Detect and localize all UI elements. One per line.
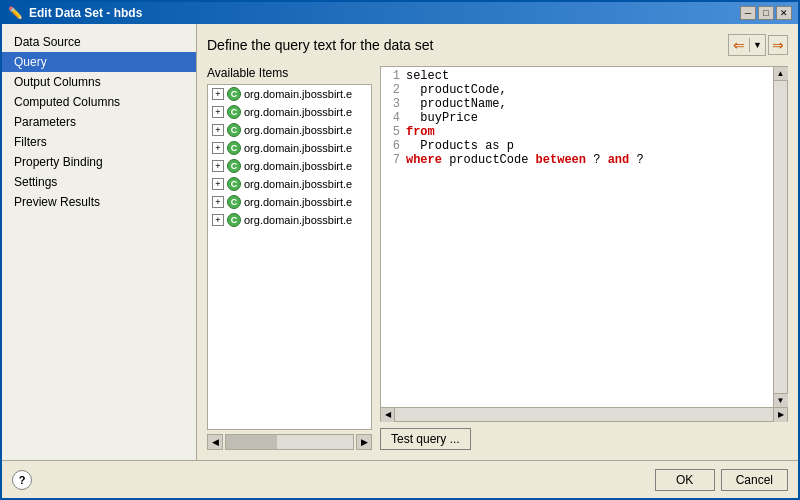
item-icon: C bbox=[227, 87, 241, 101]
sidebar: Data Source Query Output Columns Compute… bbox=[2, 24, 197, 460]
vscroll-down-button[interactable]: ▼ bbox=[774, 393, 788, 407]
available-hscrollbar: ◀ ▶ bbox=[207, 434, 372, 450]
scroll-thumb bbox=[226, 435, 277, 449]
list-item[interactable]: + C org.domain.jbossbirt.e bbox=[208, 193, 371, 211]
code-editor-wrap: 1 select 2 productCode, 3 bbox=[380, 66, 788, 408]
line-content: select bbox=[406, 69, 771, 83]
sidebar-item-preview-results[interactable]: Preview Results bbox=[2, 192, 196, 212]
ok-button[interactable]: OK bbox=[655, 469, 715, 491]
line-number: 6 bbox=[383, 139, 406, 153]
available-items-list[interactable]: + C org.domain.jbossbirt.e + C org.domai… bbox=[207, 84, 372, 430]
item-icon: C bbox=[227, 213, 241, 227]
scroll-right-button[interactable]: ▶ bbox=[356, 434, 372, 450]
list-item[interactable]: + C org.domain.jbossbirt.e bbox=[208, 85, 371, 103]
code-hscrollbar: ◀ ▶ bbox=[380, 408, 788, 422]
item-icon: C bbox=[227, 141, 241, 155]
sidebar-item-data-source[interactable]: Data Source bbox=[2, 32, 196, 52]
line-content: buyPrice bbox=[406, 111, 771, 125]
main-area: Data Source Query Output Columns Compute… bbox=[2, 24, 798, 460]
code-line-5: 5 from bbox=[383, 125, 771, 139]
list-item[interactable]: + C org.domain.jbossbirt.e bbox=[208, 121, 371, 139]
scroll-track[interactable] bbox=[225, 434, 354, 450]
expand-icon[interactable]: + bbox=[212, 178, 224, 190]
test-query-area: Test query ... bbox=[380, 428, 788, 450]
title-bar-left: ✏️ Edit Data Set - hbds bbox=[8, 6, 142, 20]
vscroll-up-button[interactable]: ▲ bbox=[774, 67, 788, 81]
code-scroll-right-button[interactable]: ▶ bbox=[773, 408, 787, 422]
code-vscrollbar: ▲ ▼ bbox=[774, 66, 788, 408]
code-scroll-track[interactable] bbox=[395, 408, 773, 421]
help-button[interactable]: ? bbox=[12, 470, 32, 490]
line-content: Products as p bbox=[406, 139, 771, 153]
two-panel: Available Items + C org.domain.jbossbirt… bbox=[207, 66, 788, 450]
line-number: 3 bbox=[383, 97, 406, 111]
expand-icon[interactable]: + bbox=[212, 160, 224, 172]
item-icon: C bbox=[227, 177, 241, 191]
line-content: where productCode between ? and ? bbox=[406, 153, 771, 167]
vscroll-track[interactable] bbox=[774, 81, 787, 393]
main-content: Define the query text for the data set ⇐… bbox=[197, 24, 798, 460]
sidebar-item-query[interactable]: Query bbox=[2, 52, 196, 72]
code-line-2: 2 productCode, bbox=[383, 83, 771, 97]
nav-back-dropdown[interactable]: ⇐ ▼ bbox=[728, 34, 766, 56]
list-item[interactable]: + C org.domain.jbossbirt.e bbox=[208, 139, 371, 157]
line-number: 4 bbox=[383, 111, 406, 125]
list-item[interactable]: + C org.domain.jbossbirt.e bbox=[208, 157, 371, 175]
expand-icon[interactable]: + bbox=[212, 106, 224, 118]
bottom-right: OK Cancel bbox=[655, 469, 788, 491]
item-text: org.domain.jbossbirt.e bbox=[244, 142, 352, 154]
sidebar-item-filters[interactable]: Filters bbox=[2, 132, 196, 152]
list-item[interactable]: + C org.domain.jbossbirt.e bbox=[208, 211, 371, 229]
item-text: org.domain.jbossbirt.e bbox=[244, 124, 352, 136]
maximize-button[interactable]: □ bbox=[758, 6, 774, 20]
title-bar: ✏️ Edit Data Set - hbds ─ □ ✕ bbox=[2, 2, 798, 24]
cancel-button[interactable]: Cancel bbox=[721, 469, 788, 491]
list-item[interactable]: + C org.domain.jbossbirt.e bbox=[208, 175, 371, 193]
list-item[interactable]: + C org.domain.jbossbirt.e bbox=[208, 103, 371, 121]
item-text: org.domain.jbossbirt.e bbox=[244, 178, 352, 190]
item-text: org.domain.jbossbirt.e bbox=[244, 214, 352, 226]
item-text: org.domain.jbossbirt.e bbox=[244, 88, 352, 100]
close-button[interactable]: ✕ bbox=[776, 6, 792, 20]
line-number: 1 bbox=[383, 69, 406, 83]
code-line-4: 4 buyPrice bbox=[383, 111, 771, 125]
available-items-label: Available Items bbox=[207, 66, 372, 80]
code-line-3: 3 productName, bbox=[383, 97, 771, 111]
line-number: 2 bbox=[383, 83, 406, 97]
window-body: Data Source Query Output Columns Compute… bbox=[2, 24, 798, 498]
item-text: org.domain.jbossbirt.e bbox=[244, 196, 352, 208]
test-query-button[interactable]: Test query ... bbox=[380, 428, 471, 450]
line-number: 7 bbox=[383, 153, 406, 167]
line-content: productName, bbox=[406, 97, 771, 111]
title-buttons: ─ □ ✕ bbox=[740, 6, 792, 20]
available-items-panel: Available Items + C org.domain.jbossbirt… bbox=[207, 66, 372, 450]
code-editor[interactable]: 1 select 2 productCode, 3 bbox=[380, 66, 774, 408]
bottom-left: ? bbox=[12, 470, 32, 490]
expand-icon[interactable]: + bbox=[212, 124, 224, 136]
expand-icon[interactable]: + bbox=[212, 214, 224, 226]
sidebar-item-output-columns[interactable]: Output Columns bbox=[2, 72, 196, 92]
code-lines: 1 select 2 productCode, 3 bbox=[383, 69, 771, 167]
window-icon: ✏️ bbox=[8, 6, 23, 20]
nav-back-dropdown-arrow[interactable]: ▼ bbox=[749, 38, 765, 52]
item-icon: C bbox=[227, 105, 241, 119]
expand-icon[interactable]: + bbox=[212, 88, 224, 100]
sidebar-item-property-binding[interactable]: Property Binding bbox=[2, 152, 196, 172]
line-number: 5 bbox=[383, 125, 406, 139]
item-text: org.domain.jbossbirt.e bbox=[244, 160, 352, 172]
item-icon: C bbox=[227, 159, 241, 173]
main-window: ✏️ Edit Data Set - hbds ─ □ ✕ Data Sourc… bbox=[0, 0, 800, 500]
expand-icon[interactable]: + bbox=[212, 196, 224, 208]
main-header: Define the query text for the data set ⇐… bbox=[207, 34, 788, 56]
code-scroll-left-button[interactable]: ◀ bbox=[381, 408, 395, 422]
sidebar-item-computed-columns[interactable]: Computed Columns bbox=[2, 92, 196, 112]
scroll-left-button[interactable]: ◀ bbox=[207, 434, 223, 450]
expand-icon[interactable]: + bbox=[212, 142, 224, 154]
sidebar-item-settings[interactable]: Settings bbox=[2, 172, 196, 192]
main-title: Define the query text for the data set bbox=[207, 37, 433, 53]
nav-forward-button[interactable]: ⇒ bbox=[768, 35, 788, 55]
item-icon: C bbox=[227, 195, 241, 209]
minimize-button[interactable]: ─ bbox=[740, 6, 756, 20]
sidebar-item-parameters[interactable]: Parameters bbox=[2, 112, 196, 132]
item-icon: C bbox=[227, 123, 241, 137]
